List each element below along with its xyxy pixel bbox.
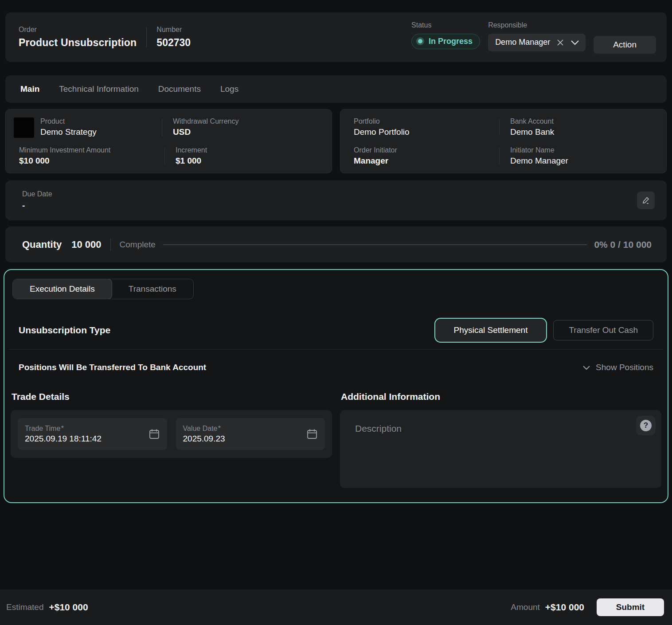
tab-technical-information[interactable]: Technical Information [59, 84, 139, 94]
trade-time-value: 2025.09.19 18:11:42 [25, 434, 102, 444]
trade-time-field[interactable]: Trade Time * 2025.09.19 18:11:42 [18, 418, 167, 450]
description-textarea[interactable] [340, 410, 661, 488]
calendar-icon[interactable] [148, 428, 160, 440]
value-date-value: 2025.09.23 [183, 434, 225, 444]
responsible-label: Responsible [488, 21, 586, 29]
portfolio-label: Portfolio [354, 117, 410, 125]
tab-transactions[interactable]: Transactions [112, 279, 193, 299]
order-header: Order Product Unsubscription Number 5027… [5, 12, 667, 62]
portfolio-value: Demo Portfolio [354, 127, 410, 137]
amount-value: +$10 000 [545, 602, 584, 613]
portfolio-card: Portfolio Demo Portfolio Bank Account De… [340, 109, 667, 173]
complete-label: Complete [120, 240, 156, 250]
progress-text: 0% 0 / 10 000 [594, 239, 652, 250]
due-date-card: Due Date - [5, 180, 667, 220]
withdrawal-currency-value: USD [173, 127, 238, 137]
positions-row: Positions Will Be Transferred To Bank Ac… [9, 350, 663, 385]
chevron-down-icon [582, 365, 590, 370]
product-logo [14, 117, 34, 138]
status-label: Status [411, 21, 480, 29]
unsubscription-type-row: Unsubscription Type Physical Settlement … [9, 311, 663, 350]
due-date-label: Due Date [22, 190, 52, 198]
question-mark-icon: ? [640, 420, 652, 431]
number-label: Number [156, 26, 191, 34]
chevron-down-icon[interactable] [570, 40, 579, 45]
unsubscription-type-label: Unsubscription Type [19, 325, 110, 336]
bank-account-label: Bank Account [510, 117, 554, 125]
cell-divider [499, 119, 500, 135]
responsible-value: Demo Manager [495, 38, 550, 47]
status-text: In Progress [429, 37, 473, 46]
initiator-name-label: Initiator Name [510, 146, 568, 154]
order-label: Order [19, 26, 137, 34]
product-label: Product [40, 117, 97, 125]
tab-documents[interactable]: Documents [158, 84, 201, 94]
cell-divider [164, 148, 165, 164]
cell-divider [499, 148, 500, 164]
physical-settlement-button[interactable]: Physical Settlement [434, 318, 547, 343]
status-badge: In Progress [411, 34, 480, 49]
due-date-value: - [22, 201, 52, 211]
order-initiator-label: Order Initiator [354, 146, 397, 154]
tab-logs[interactable]: Logs [220, 84, 238, 94]
show-positions-label: Show Positions [596, 363, 653, 372]
product-value: Demo Strategy [40, 127, 97, 137]
positions-text: Positions Will Be Transferred To Bank Ac… [19, 363, 206, 372]
submit-button[interactable]: Submit [597, 598, 664, 616]
trade-details-panel: Trade Time * 2025.09.19 18:11:42 Value D… [11, 410, 332, 458]
trade-time-label: Trade Time [25, 425, 60, 432]
footer-bar: Estimated +$10 000 Amount +$10 000 Submi… [0, 590, 672, 625]
cell-divider [162, 119, 162, 136]
quantity-card: Quantity 10 000 Complete 0% 0 / 10 000 [5, 227, 667, 262]
responsible-clear-icon[interactable] [556, 39, 564, 47]
execution-panel: Execution Details Transactions Unsubscri… [4, 269, 668, 503]
additional-info-title: Additional Information [340, 391, 661, 402]
details-columns: Trade Details Trade Time * 2025.09.19 18… [9, 391, 663, 490]
header-divider [146, 27, 147, 47]
description-help-button[interactable]: ? [636, 416, 656, 435]
min-investment-label: Minimum Investment Amount [19, 146, 110, 154]
tab-main[interactable]: Main [20, 84, 39, 94]
additional-info-column: Additional Information ? [340, 391, 661, 490]
due-date-edit-button[interactable] [637, 191, 655, 209]
status-dot-icon [416, 37, 424, 45]
transfer-out-cash-button[interactable]: Transfer Out Cash [553, 320, 653, 340]
order-page: Order Product Unsubscription Number 5027… [0, 0, 672, 625]
order-number: 502730 [156, 37, 191, 49]
required-marker: * [61, 425, 64, 432]
execution-tabbar: Execution Details Transactions [12, 279, 194, 299]
quantity-value: 10 000 [71, 239, 101, 250]
calendar-icon[interactable] [306, 428, 318, 440]
action-button[interactable]: Action [594, 36, 656, 54]
value-date-label: Value Date [183, 425, 218, 432]
show-positions-button[interactable]: Show Positions [582, 363, 653, 372]
amount-label: Amount [511, 602, 539, 612]
increment-label: Increment [176, 146, 207, 154]
trade-details-column: Trade Details Trade Time * 2025.09.19 18… [11, 391, 332, 490]
progress-bar [163, 244, 587, 245]
initiator-name-value: Demo Manager [510, 156, 568, 166]
order-initiator-value: Manager [354, 156, 397, 166]
quantity-label: Quantity [22, 239, 62, 250]
estimated-value: +$10 000 [49, 602, 88, 613]
product-card: Product Demo Strategy Withdrawal Currenc… [5, 109, 332, 173]
info-cards-row: Product Demo Strategy Withdrawal Currenc… [5, 109, 667, 173]
value-date-field[interactable]: Value Date * 2025.09.23 [176, 418, 325, 450]
estimated-label: Estimated [6, 602, 43, 612]
required-marker: * [218, 425, 221, 432]
min-investment-value: $10 000 [19, 156, 110, 166]
trade-details-title: Trade Details [11, 391, 332, 402]
main-tabbar: Main Technical Information Documents Log… [5, 75, 667, 103]
withdrawal-currency-label: Withdrawal Currency [173, 117, 238, 125]
responsible-select[interactable]: Demo Manager [488, 34, 586, 51]
bank-account-value: Demo Bank [510, 127, 554, 137]
pencil-icon [641, 196, 650, 205]
quantity-divider [110, 238, 111, 251]
increment-value: $1 000 [176, 156, 207, 166]
tab-execution-details[interactable]: Execution Details [12, 279, 112, 299]
order-title: Product Unsubscription [19, 37, 137, 49]
